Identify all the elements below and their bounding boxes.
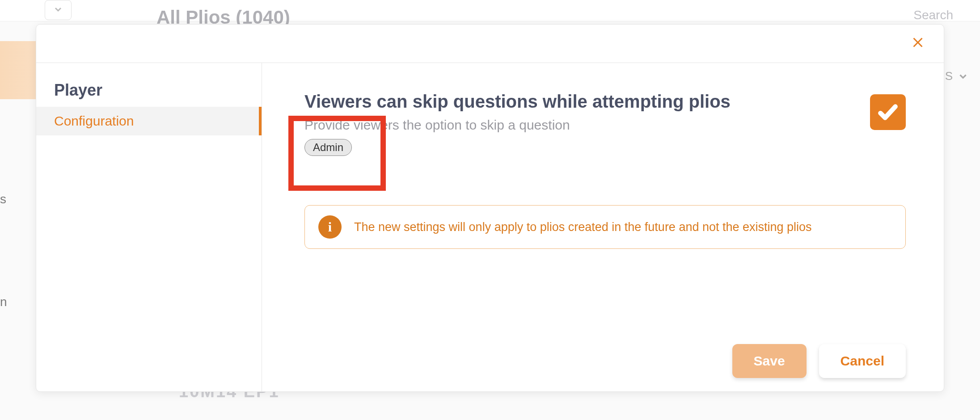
- save-button[interactable]: Save: [732, 344, 807, 378]
- bg-header: [0, 0, 980, 21]
- setting-description: Provide viewers the option to skip a que…: [304, 118, 852, 133]
- modal-main-content: Viewers can skip questions while attempt…: [262, 63, 944, 391]
- bg-partial-text-1: s: [0, 192, 6, 206]
- settings-modal: Player Configuration Viewers can skip qu…: [36, 24, 944, 392]
- modal-sidebar: Player Configuration: [36, 63, 262, 391]
- cancel-button[interactable]: Cancel: [819, 344, 906, 378]
- admin-badge: Admin: [304, 139, 352, 156]
- bg-partial-text-2: n: [0, 295, 7, 309]
- setting-checkbox[interactable]: [870, 94, 906, 130]
- info-icon: i: [318, 215, 342, 239]
- info-banner: i The new settings will only apply to pl…: [304, 205, 906, 249]
- setting-text-block: Viewers can skip questions while attempt…: [304, 90, 852, 156]
- setting-title: Viewers can skip questions while attempt…: [304, 90, 852, 113]
- close-icon: [910, 34, 926, 50]
- close-button[interactable]: [910, 34, 926, 54]
- chevron-down-icon: [53, 4, 63, 17]
- sidebar-item-configuration[interactable]: Configuration: [36, 107, 262, 135]
- bg-dropdown-btn: [45, 0, 72, 20]
- modal-footer: Save Cancel: [304, 331, 906, 378]
- search-placeholder: Search: [913, 8, 953, 22]
- modal-body: Player Configuration Viewers can skip qu…: [36, 63, 944, 391]
- info-text: The new settings will only apply to plio…: [354, 220, 812, 234]
- sidebar-item-label: Configuration: [54, 113, 134, 129]
- setting-row: Viewers can skip questions while attempt…: [304, 90, 906, 156]
- chevron-down-icon: [957, 71, 969, 82]
- sidebar-section-title: Player: [36, 81, 262, 107]
- check-icon: [877, 101, 899, 123]
- modal-header: [36, 25, 944, 63]
